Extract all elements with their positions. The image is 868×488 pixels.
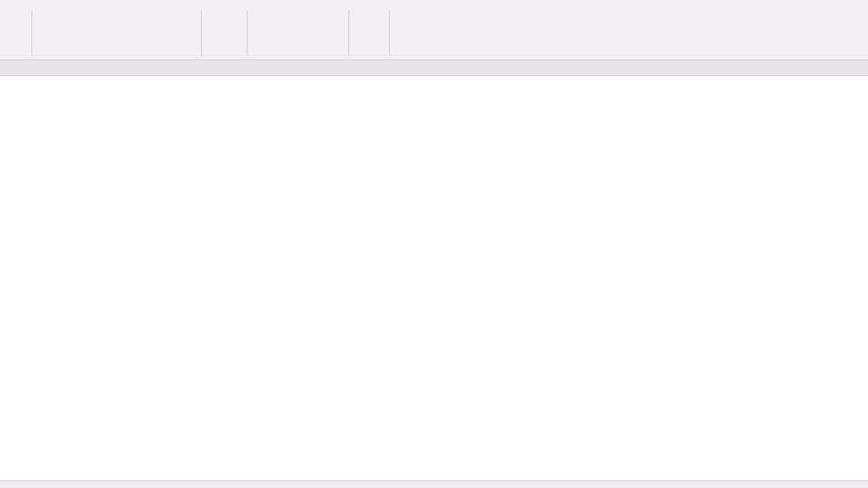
ribbon-bar (0, 0, 868, 60)
view-window-bar (0, 60, 868, 76)
ribbon-separator (348, 10, 349, 56)
status-bar (0, 480, 868, 488)
ribbon-separator (201, 10, 202, 56)
ribbon-separator (247, 10, 248, 56)
ribbon-separator (389, 10, 390, 56)
ribbon-separator (31, 10, 32, 56)
